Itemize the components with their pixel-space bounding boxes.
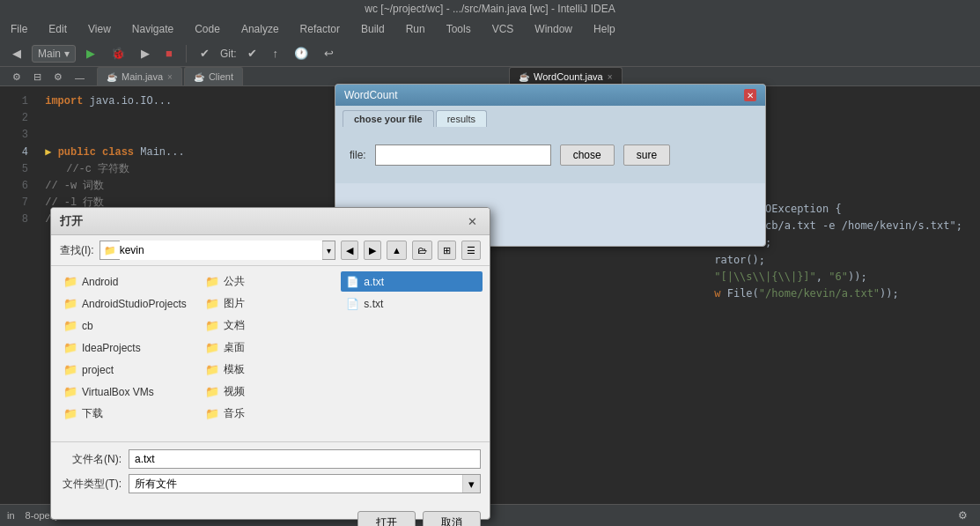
folder-templates[interactable]: 📁 模板: [200, 359, 342, 380]
sure-btn[interactable]: sure: [623, 144, 670, 166]
open-dialog-content: 📁 Android 📁 公共 📄 a.txt 📁 AndroidStudioPr…: [51, 266, 490, 442]
open-btn[interactable]: 打开: [357, 511, 416, 526]
menu-refactor[interactable]: Refactor: [297, 21, 343, 37]
location-dropdown-btn[interactable]: ▾: [322, 241, 335, 259]
menu-file[interactable]: File: [7, 21, 31, 37]
folder-icon: 📁: [63, 385, 77, 398]
wordcount-close-btn[interactable]: ✕: [744, 89, 756, 101]
folder-desktop[interactable]: 📁 桌面: [200, 337, 342, 358]
menu-edit[interactable]: Edit: [45, 21, 70, 37]
settings-icon[interactable]: ⚙: [953, 507, 973, 524]
folder-docs[interactable]: 📁 文档: [200, 315, 342, 336]
folder-music[interactable]: 📁 音乐: [200, 404, 342, 424]
menu-tools[interactable]: Tools: [443, 21, 475, 37]
wordcount-dialog-title: WordCount ✕: [335, 85, 765, 106]
folder-project[interactable]: 📁 project: [58, 359, 200, 380]
folder-ideaprojects[interactable]: 📁 IdeaProjects: [58, 337, 200, 358]
tab-minimize-btn[interactable]: —: [70, 70, 90, 85]
menu-bar: File Edit View Navigate Code Analyze Ref…: [0, 18, 980, 41]
cancel-btn[interactable]: 取消: [423, 511, 481, 526]
tab-wordcount-java-close[interactable]: ×: [608, 72, 613, 82]
file-label: file:: [350, 149, 366, 161]
wordcount-tab-results[interactable]: results: [436, 110, 487, 127]
open-toolbar-next-btn[interactable]: ▶: [364, 241, 381, 260]
toolbar-separator: [186, 45, 187, 63]
run-config-dropdown[interactable]: Main ▾: [32, 45, 76, 63]
tab-client[interactable]: ☕ Client: [184, 67, 243, 85]
dropdown-arrow-icon: ▾: [64, 48, 70, 60]
folder-icon: 📁: [205, 385, 219, 398]
tab-main-java[interactable]: ☕ Main.java ×: [97, 67, 182, 85]
folder-cb[interactable]: 📁 cb: [58, 315, 200, 336]
filetype-label: 文件类型(T):: [60, 477, 122, 492]
open-dialog: 打开 ✕ 查找(I): 📁 ▾ ◀ ▶ ▲ 🗁 ⊞ ☰ 📁 Android 📁 …: [50, 207, 490, 520]
folder-images[interactable]: 📁 图片: [200, 293, 342, 314]
tab-split-btn[interactable]: ⊟: [28, 69, 47, 85]
menu-code[interactable]: Code: [191, 21, 224, 37]
coverage-btn[interactable]: ▶: [136, 44, 155, 63]
menu-build[interactable]: Build: [357, 21, 388, 37]
open-dialog-bottom: 文件名(N): 文件类型(T): 所有文件 ▾: [51, 442, 490, 506]
filename-input[interactable]: [129, 449, 481, 469]
menu-analyze[interactable]: Analyze: [238, 21, 283, 37]
folder-icon: 📁: [63, 297, 77, 310]
file-atxt-label: a.txt: [364, 276, 384, 288]
stop-btn[interactable]: ■: [160, 44, 178, 63]
folder-virtualbox[interactable]: 📁 VirtualBox VMs: [58, 382, 200, 402]
git-update-btn[interactable]: ↑: [268, 44, 284, 63]
folder-android[interactable]: 📁 Android: [58, 271, 200, 292]
folder-androidstudio[interactable]: 📁 AndroidStudioProjects: [58, 293, 200, 314]
tab-wordcount-java[interactable]: ☕ WordCount.java ×: [509, 67, 623, 85]
tab-settings-btn[interactable]: ⚙: [7, 69, 26, 85]
menu-navigate[interactable]: Navigate: [129, 21, 177, 37]
filetype-dropdown-btn[interactable]: ▾: [462, 475, 480, 493]
tab-main-java-close[interactable]: ×: [167, 72, 173, 82]
folder-downloads[interactable]: 📁 下载: [58, 404, 200, 424]
git-rollback-btn[interactable]: ↩: [319, 44, 339, 63]
folder-icon: 📁: [205, 319, 219, 332]
menu-help[interactable]: Help: [590, 21, 619, 37]
folder-icon: 📁: [205, 275, 219, 288]
file-atxt[interactable]: 📄 a.txt: [341, 271, 483, 292]
open-toolbar-prev-btn[interactable]: ◀: [341, 241, 358, 260]
folder-public[interactable]: 📁 公共: [200, 271, 342, 292]
wordcount-tab-chose[interactable]: chose your file: [343, 110, 434, 127]
location-input[interactable]: [120, 241, 322, 260]
folder-icon: 📁: [205, 341, 219, 354]
folder-project-label: project: [82, 364, 114, 376]
chose-btn[interactable]: chose: [560, 144, 615, 166]
open-toolbar-detail-btn[interactable]: ☰: [461, 241, 481, 260]
folder-videos[interactable]: 📁 视频: [200, 382, 342, 402]
toolbar: ◀ Main ▾ ▶ 🐞 ▶ ■ ✔ Git: ✔ ↑ 🕐 ↩: [0, 41, 980, 67]
menu-window[interactable]: Window: [531, 21, 576, 37]
git-history-btn[interactable]: 🕐: [289, 44, 313, 63]
folder-icon: 📁: [63, 275, 77, 288]
file-stxt-label: s.txt: [364, 298, 383, 310]
folder-public-label: 公共: [224, 274, 245, 289]
folder-downloads-label: 下载: [82, 406, 103, 421]
debug-btn[interactable]: 🐞: [106, 44, 130, 63]
open-toolbar-up-btn[interactable]: ▲: [387, 241, 407, 260]
folder-videos-label: 视频: [224, 384, 245, 399]
menu-run[interactable]: Run: [402, 21, 429, 37]
run-config-label: Main: [38, 48, 61, 60]
folder-icon: 📁: [63, 363, 77, 376]
open-toolbar-list-btn[interactable]: ⊞: [438, 241, 456, 260]
run-btn[interactable]: ▶: [81, 44, 100, 63]
location-label: 查找(I):: [60, 243, 94, 258]
folder-desktop-label: 桌面: [224, 340, 245, 355]
git-label: Git:: [220, 48, 237, 60]
file-input[interactable]: [375, 144, 551, 166]
git-check-btn[interactable]: ✔: [242, 44, 262, 63]
folder-icon: 📁: [63, 341, 77, 354]
title-text: wc [~/project/wc] - .../src/Main.java [w…: [365, 3, 615, 15]
git-icon[interactable]: ✔: [195, 44, 215, 63]
open-toolbar-new-folder-btn[interactable]: 🗁: [412, 241, 432, 260]
open-dialog-close-btn[interactable]: ✕: [464, 215, 481, 228]
menu-vcs[interactable]: VCS: [489, 21, 518, 37]
open-dialog-toolbar: 查找(I): 📁 ▾ ◀ ▶ ▲ 🗁 ⊞ ☰: [51, 235, 490, 266]
toolbar-back-btn[interactable]: ◀: [7, 44, 26, 63]
tab-gear-btn[interactable]: ⚙: [48, 69, 68, 85]
file-stxt[interactable]: 📄 s.txt: [341, 293, 483, 314]
menu-view[interactable]: View: [85, 21, 114, 37]
